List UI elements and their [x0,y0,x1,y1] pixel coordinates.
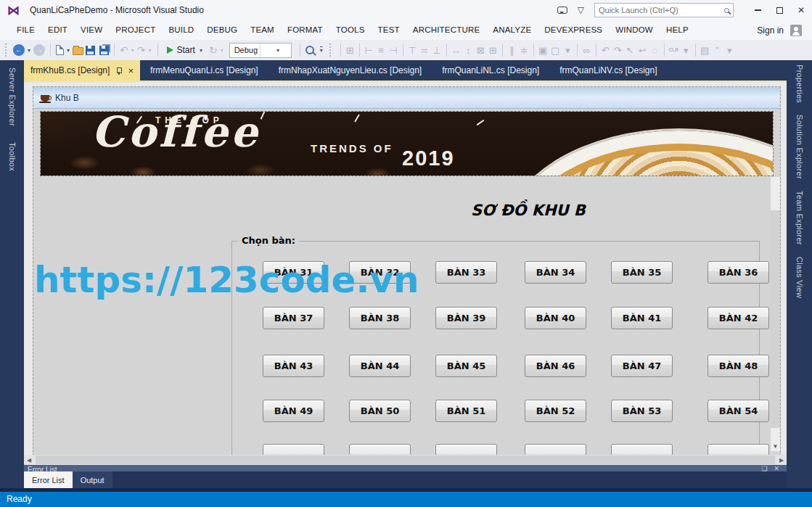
tab-frmQuanLiNL[interactable]: frmQuanLiNL.cs [Design] [432,60,549,81]
menu-item[interactable]: HELP [660,20,695,40]
menu-item[interactable]: DEBUG [200,20,244,40]
scrollbar-thumb[interactable] [36,456,775,464]
navigate-back-icon[interactable]: ← [13,44,25,56]
nav-backward-icon: ↶ [599,46,612,55]
toolbar-grip[interactable] [329,44,333,57]
menu-item[interactable]: WINDOW [609,20,660,40]
notifications-flag-icon[interactable]: ▽ [578,6,584,15]
align-bottoms-icon: ⊥ [431,46,443,55]
designer-horizontal-scrollbar[interactable]: ◀ ▶ [24,455,787,465]
close-button[interactable]: ✕ [790,1,812,19]
new-file-dropdown[interactable]: ▾ [67,47,70,54]
table-button[interactable]: BÀN 45 [435,355,497,377]
table-button[interactable]: BÀN 48 [708,355,769,377]
tab-frmQuanLiNV[interactable]: frmQuanLiNV.cs [Design] [549,60,667,81]
table-button-partial[interactable] [611,444,673,455]
table-button-partial[interactable] [435,444,497,455]
form-vertical-scrollbar[interactable]: ▼ [771,177,780,451]
tab-frmNhapXuatNguyenLieu[interactable]: frmNhapXuatNguyenLieu.cs [Design] [268,60,432,81]
chevron-down-icon[interactable]: ▾ [260,44,291,57]
table-button-partial[interactable] [263,444,324,455]
new-file-icon[interactable] [56,45,64,55]
table-button[interactable]: BÀN 42 [708,307,769,329]
menu-item[interactable]: TOOLS [329,20,372,40]
menu-item[interactable]: FORMAT [281,20,329,40]
menu-item[interactable]: BUILD [162,20,200,40]
table-button-partial[interactable] [349,444,411,455]
maximize-button[interactable] [768,1,790,19]
table-button-partial[interactable] [708,444,769,455]
toolbar-grip[interactable] [5,44,9,57]
save-icon[interactable] [86,46,95,55]
sidebar-item-solution-explorer[interactable]: Solution Explorer [795,115,804,179]
tab-error-list[interactable]: Error List [24,471,73,488]
open-file-icon[interactable] [73,47,83,55]
menu-item[interactable]: DEVEXPRESS [538,20,609,40]
sidebar-item-properties[interactable]: Properties [795,65,804,103]
quick-launch-input[interactable] [599,6,724,15]
sidebar-item-class-view[interactable]: Class View [795,257,804,298]
menu-item[interactable]: VIEW [74,20,109,40]
quotes-icon: ” [711,46,723,55]
scroll-left-arrow-icon[interactable]: ◀ [24,457,34,463]
menu-item[interactable]: ANALYZE [486,20,538,40]
panel-header[interactable]: Error List ❏ ✕ [24,465,787,471]
table-button[interactable]: BÀN 44 [349,355,411,377]
sidebar-item-team-explorer[interactable]: Team Explorer [795,191,804,245]
menu-item[interactable]: EDIT [41,20,74,40]
table-button[interactable]: BÀN 49 [263,400,324,422]
table-button[interactable]: BÀN 33 [435,261,497,284]
start-debug-button[interactable]: Start ▾ [163,45,207,55]
start-dropdown[interactable]: ▾ [200,47,202,54]
table-button[interactable]: BÀN 54 [708,400,769,422]
save-all-icon[interactable] [99,46,109,55]
navigate-back-dropdown[interactable]: ▾ [28,47,30,54]
find-in-files-icon[interactable] [305,46,314,54]
sign-in-link[interactable]: Sign in [757,25,784,36]
scrollbar-thumb[interactable] [771,210,780,428]
table-button[interactable]: BÀN 40 [525,307,586,329]
minimize-button[interactable] [747,1,768,19]
solution-configuration-select[interactable]: Debug ▾ [229,43,292,58]
toolbar-overflow-icon[interactable]: ▾ [320,46,323,54]
table-button[interactable]: BÀN 51 [435,400,497,422]
menu-item[interactable]: PROJECT [109,20,162,40]
scroll-right-arrow-icon[interactable]: ▶ [776,457,787,463]
tab-frmMenuQuanLi[interactable]: frmMenuQuanLi.cs [Design] [140,60,268,81]
pin-icon[interactable] [115,67,122,75]
menu-item[interactable]: TEAM [244,20,281,40]
scroll-down-arrow-icon[interactable]: ▼ [771,441,780,451]
play-icon [167,46,173,54]
table-button[interactable]: BÀN 38 [349,307,411,329]
window-position-icon[interactable]: ❏ [761,465,767,471]
table-button[interactable]: BÀN 53 [611,400,673,422]
align-middles-icon: ≍ [419,46,431,55]
quick-launch-box[interactable] [594,3,734,17]
table-button[interactable]: BÀN 47 [611,355,673,377]
table-button[interactable]: BÀN 36 [708,261,769,284]
menu-item[interactable]: TEST [372,20,406,40]
table-button[interactable]: BÀN 52 [525,400,586,422]
close-icon[interactable]: ✕ [774,465,779,471]
table-button[interactable]: BÀN 39 [435,307,497,329]
tab-frmKhuB[interactable]: frmKhuB.cs [Design] × [24,60,140,81]
table-button[interactable]: BÀN 50 [349,400,411,422]
table-button[interactable]: BÀN 43 [263,355,324,377]
table-button[interactable]: BÀN 34 [525,261,586,284]
table-button[interactable]: BÀN 41 [611,307,673,329]
close-icon[interactable]: × [128,66,134,75]
table-button[interactable]: BÀN 37 [263,307,324,329]
start-label: Start [177,45,195,55]
feedback-bubble-icon[interactable] [557,7,567,14]
menu-item[interactable]: ARCHITECTURE [406,20,487,40]
menu-item[interactable]: FILE [10,20,41,40]
table-button[interactable]: BÀN 46 [525,355,586,377]
table-button-partial[interactable] [525,444,586,455]
table-button[interactable]: BÀN 35 [611,261,673,284]
tab-output[interactable]: Output [73,471,112,488]
user-account-icon[interactable] [790,25,802,36]
bring-to-front-icon: ▣ [537,46,549,55]
sidebar-item-toolbox[interactable]: Toolbox [8,142,17,171]
toolbar-separator [340,44,341,57]
sidebar-item-server-explorer[interactable]: Server Explorer [8,67,17,126]
